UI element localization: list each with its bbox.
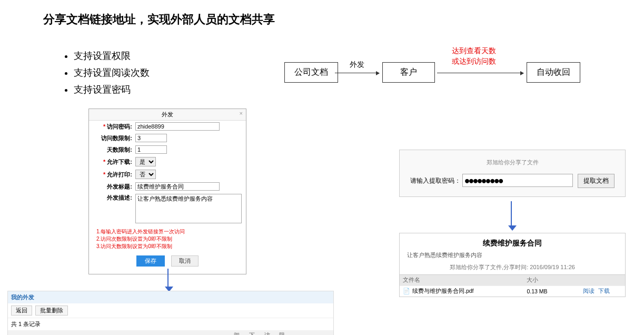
- password-card: 郑旭给你分享了文件 请输入提取密码： 提取文档: [399, 150, 626, 197]
- read-link[interactable]: 阅读: [583, 288, 595, 294]
- allow-print-select[interactable]: 否: [135, 170, 156, 179]
- send-dialog: 外发 × 访问密码: 访问数限制: 天数限制: 允许下载: 是 允许打印: 否 …: [88, 109, 246, 274]
- file-row: 续费与维护服务合同.pdf 0.13 MB 阅读 下载: [400, 286, 625, 297]
- bullet-1: 支持设置权限: [74, 47, 150, 64]
- note-2: 2.访问次数限制设置为0即不限制: [96, 235, 239, 243]
- file-col-size: 大小: [523, 275, 580, 286]
- extract-password-input[interactable]: [462, 174, 573, 187]
- col-title: 标题: [175, 330, 208, 335]
- note-3: 3.访问天数限制设置为0即不限制: [96, 243, 239, 250]
- bullet-3: 支持设置密码: [74, 81, 150, 98]
- flow-label-days: 达到查看天数: [452, 46, 496, 56]
- col-limit: 限制: [276, 330, 291, 335]
- note-1: 1.每输入密码进入外发链接算一次访问: [96, 228, 239, 235]
- file-card-meta: 郑旭给你分享了文件,分享时间: 2016/09/19 11:26: [400, 260, 625, 274]
- pdf-icon: [403, 288, 412, 294]
- arrow-password-to-file: [511, 201, 512, 226]
- arrow-dialog-to-table: [167, 269, 169, 288]
- password-prompt: 请输入提取密码：: [410, 177, 461, 184]
- send-desc-label: 外发描述:: [93, 194, 135, 202]
- flow-box-client: 客户: [382, 62, 435, 83]
- record-count: 共 1 条记录: [8, 318, 333, 330]
- col-url: URL: [25, 330, 129, 335]
- dialog-header: 外发 ×: [89, 109, 246, 121]
- panel-header: 我的外发: [8, 291, 333, 303]
- visit-limit-label: 访问数限制:: [93, 134, 135, 142]
- cancel-button[interactable]: 取消: [171, 255, 199, 267]
- close-icon[interactable]: ×: [240, 110, 243, 116]
- dialog-title: 外发: [162, 111, 173, 117]
- page-title: 分享文档链接地址，实现外部人员的文档共享: [43, 12, 275, 27]
- file-card: 续费维护服务合同 让客户熟悉续费维护服务内容 郑旭给你分享了文件,分享时间: 2…: [399, 233, 626, 297]
- my-sends-panel: 我的外发 返回 批量删除 共 1 条记录 URL 文件名 标题 权限 阅读 下载…: [7, 291, 334, 335]
- file-table: 文件名 大小 续费与维护服务合同.pdf 0.13 MB 阅读 下载: [400, 274, 625, 297]
- flow-label-visits: 或达到访问数: [452, 57, 496, 66]
- send-title-input[interactable]: [135, 182, 220, 191]
- extract-button[interactable]: 提取文档: [578, 174, 615, 188]
- file-card-title: 续费维护服务合同: [400, 233, 625, 250]
- col-read: 阅读: [231, 330, 246, 335]
- col-expire: 过期时间: [291, 330, 333, 335]
- file-name: 续费与维护服务合同.pdf: [412, 288, 474, 294]
- flow-label-send: 外发: [350, 60, 364, 70]
- file-col-name: 文件名: [400, 275, 523, 286]
- file-card-sub: 让客户熟悉续费维护服务内容: [400, 250, 625, 260]
- download-link[interactable]: 下载: [598, 288, 610, 294]
- flow-box-company-doc: 公司文档: [284, 62, 338, 83]
- col-perm: 权限: [208, 330, 231, 335]
- password-label: 访问密码:: [93, 123, 135, 131]
- flow-arrow-2: [437, 73, 523, 73]
- day-limit-input[interactable]: [135, 145, 167, 154]
- share-by-text: 郑旭给你分享了文件: [408, 159, 617, 166]
- flow-arrow-1: [335, 73, 379, 73]
- batch-delete-button[interactable]: 批量删除: [35, 306, 68, 316]
- send-desc-textarea[interactable]: 让客户熟悉续费维护服务内容: [135, 194, 242, 223]
- col-download: 下载: [246, 330, 261, 335]
- col-visit: 访问: [261, 330, 276, 335]
- flow-box-auto-recall: 自动收回: [527, 62, 580, 83]
- feature-bullets: 支持设置权限 支持设置阅读次数 支持设置密码: [53, 47, 150, 98]
- sends-table: URL 文件名 标题 权限 阅读 下载 访问 限制 过期时间 http://ti…: [8, 330, 333, 335]
- allow-download-label: 允许下载:: [93, 158, 135, 166]
- save-button[interactable]: 保存: [136, 255, 165, 267]
- allow-download-select[interactable]: 是: [135, 157, 156, 166]
- bullet-2: 支持设置阅读次数: [74, 64, 150, 81]
- dialog-notes: 1.每输入密码进入外发链接算一次访问 2.访问次数限制设置为0即不限制 3.访问…: [89, 225, 246, 250]
- col-filename: 文件名: [129, 330, 175, 335]
- allow-print-label: 允许打印:: [93, 171, 135, 179]
- back-button[interactable]: 返回: [11, 306, 32, 316]
- file-size: 0.13 MB: [523, 286, 580, 297]
- send-title-label: 外发标题:: [93, 183, 135, 191]
- visit-limit-input[interactable]: [135, 134, 167, 142]
- password-input[interactable]: [135, 122, 220, 131]
- day-limit-label: 天数限制:: [93, 146, 135, 154]
